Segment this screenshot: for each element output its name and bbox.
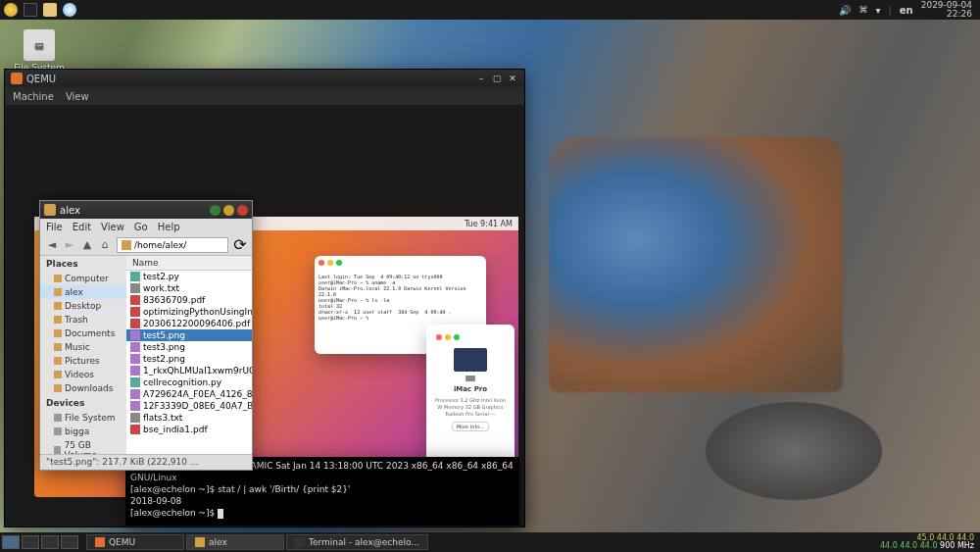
sidebar-item-trash[interactable]: Trash <box>40 313 126 326</box>
file-icon <box>130 295 140 305</box>
sidebar-item-computer[interactable]: Computer <box>40 272 126 285</box>
file-row[interactable]: flats3.txt <box>126 412 252 424</box>
home-icon <box>44 204 56 216</box>
file-row[interactable]: 83636709.pdf <box>126 294 252 306</box>
maximize-button[interactable]: ▢ <box>491 73 503 84</box>
wifi-icon[interactable]: ▾ <box>875 5 880 16</box>
menu-view[interactable]: View <box>101 222 124 232</box>
file-icon <box>130 330 140 340</box>
volume-icon[interactable]: 🔊 <box>839 5 851 16</box>
drive-icon: 🖴 <box>24 29 55 61</box>
keyboard-layout[interactable]: en <box>900 5 913 16</box>
qemu-title: QEMU <box>26 74 56 84</box>
files-window[interactable]: alex File Edit View Go Help ◄ ► ▲ ⌂ /hom… <box>39 200 253 471</box>
menu-go[interactable]: Go <box>134 222 148 232</box>
file-icon <box>130 389 140 399</box>
minimize-button[interactable]: – <box>475 73 487 84</box>
path-entry[interactable]: /home/alex/ <box>117 237 228 253</box>
file-icon <box>130 283 140 293</box>
workspace-4[interactable] <box>61 535 78 549</box>
file-icon <box>130 401 140 411</box>
file-icon <box>130 377 140 387</box>
workspace-2[interactable] <box>22 535 39 549</box>
file-row[interactable]: 12F3339D_08E6_40A7_B108_... <box>126 400 252 412</box>
up-button[interactable]: ▲ <box>79 237 95 253</box>
qemu-icon <box>11 73 23 84</box>
files-launcher-icon[interactable] <box>43 3 57 17</box>
menu-view[interactable]: View <box>66 91 89 102</box>
column-header-name[interactable]: Name <box>126 256 252 271</box>
sensors-widget[interactable]: 45.0 44.0 44.0 44.0 44.0 44.0 900 MHz <box>880 534 980 550</box>
mac-specs: Processor 3.2 GHz Intel Xeon W Memory 32… <box>432 397 509 418</box>
sidebar-item-downloads[interactable]: Downloads <box>40 381 126 395</box>
file-icon <box>130 307 140 317</box>
file-row[interactable]: cellrecognition.py <box>126 376 252 388</box>
qemu-menubar: Machine View <box>5 87 524 105</box>
file-row[interactable]: work.txt <box>126 282 252 294</box>
menu-icon[interactable] <box>4 3 18 17</box>
menu-edit[interactable]: Edit <box>73 222 91 232</box>
cursor <box>218 509 223 519</box>
sidebar-item-desktop[interactable]: Desktop <box>40 299 126 313</box>
file-icon <box>130 342 140 352</box>
mac-about-window[interactable]: iMac Pro Processor 3.2 GHz Intel Xeon W … <box>426 325 514 472</box>
minimize-button[interactable] <box>210 205 220 216</box>
devices-header: Devices <box>40 395 126 411</box>
close-button[interactable] <box>237 205 248 216</box>
file-icon <box>130 319 140 328</box>
sidebar-item-music[interactable]: Music <box>40 340 126 354</box>
file-list[interactable]: Name test2.pywork.txt83636709.pdfoptimiz… <box>126 256 252 454</box>
task-button[interactable]: QEMU <box>86 534 184 550</box>
file-icon <box>130 413 140 423</box>
file-row[interactable]: test5.png <box>126 329 252 341</box>
sidebar-item-videos[interactable]: Videos <box>40 368 126 381</box>
task-button[interactable]: Terminal - alex@echelo... <box>286 534 428 550</box>
separator: | <box>888 5 891 16</box>
workspace-1[interactable] <box>2 535 20 549</box>
file-row[interactable]: 2030612200096406.pdf <box>126 318 252 329</box>
file-row[interactable]: bse_india1.pdf <box>126 424 252 435</box>
reload-button[interactable]: ⟳ <box>232 235 248 254</box>
terminal-launcher-icon[interactable] <box>24 3 37 17</box>
file-row[interactable]: test2.py <box>126 271 252 282</box>
file-icon <box>130 354 140 364</box>
file-row[interactable]: test3.png <box>126 341 252 353</box>
more-info-button[interactable]: More Info… <box>452 422 489 431</box>
file-icon <box>130 425 140 434</box>
folder-icon <box>122 240 131 250</box>
bottom-panel: QEMUalexTerminal - alex@echelo... 45.0 4… <box>0 532 980 552</box>
sidebar-item-pictures[interactable]: Pictures <box>40 354 126 368</box>
mac-terminal-content: Last login: Tue Sep 4 09:40:12 on ttys00… <box>315 270 486 325</box>
file-row[interactable]: 1_rkxQhLMUaI1xwm9rU0CkuU... <box>126 365 252 376</box>
files-titlebar[interactable]: alex <box>40 201 252 219</box>
close-button[interactable]: ✕ <box>507 73 518 84</box>
workspace-3[interactable] <box>41 535 59 549</box>
file-row[interactable]: A729624A_F0EA_4126_800E_... <box>126 388 252 400</box>
sidebar-device[interactable]: bigga <box>40 425 126 438</box>
file-icon <box>130 366 140 376</box>
bluetooth-icon[interactable]: ⌘ <box>858 5 867 15</box>
menu-file[interactable]: File <box>46 222 63 232</box>
files-sidebar: Places ComputeralexDesktopTrashDocuments… <box>40 256 126 454</box>
qemu-titlebar[interactable]: QEMU – ▢ ✕ <box>5 70 524 87</box>
home-button[interactable]: ⌂ <box>97 237 113 253</box>
sidebar-device[interactable]: 75 GB Volume <box>40 438 126 454</box>
menu-help[interactable]: Help <box>158 222 180 232</box>
browser-launcher-icon[interactable] <box>63 3 76 17</box>
taskbar: QEMUalexTerminal - alex@echelo... <box>86 534 428 550</box>
task-button[interactable]: alex <box>186 534 284 550</box>
desktop-icon-filesystem[interactable]: 🖴 File System <box>10 29 69 73</box>
mac-clock[interactable]: Tue 9:41 AM <box>465 220 513 228</box>
back-button[interactable]: ◄ <box>44 237 60 253</box>
sidebar-item-documents[interactable]: Documents <box>40 326 126 340</box>
clock[interactable]: 2029-09-04 22:26 <box>921 1 972 19</box>
file-row[interactable]: optimizingPythonUsingInvoked... <box>126 306 252 318</box>
workspace-switcher[interactable] <box>0 533 80 551</box>
forward-button[interactable]: ► <box>62 237 77 253</box>
maximize-button[interactable] <box>223 205 234 216</box>
menu-machine[interactable]: Machine <box>13 91 54 102</box>
sidebar-device[interactable]: File System <box>40 411 126 425</box>
top-panel: 🔊 ⌘ ▾ | en 2029-09-04 22:26 <box>0 0 980 20</box>
file-row[interactable]: test2.png <box>126 353 252 365</box>
sidebar-item-alex[interactable]: alex <box>40 285 126 299</box>
